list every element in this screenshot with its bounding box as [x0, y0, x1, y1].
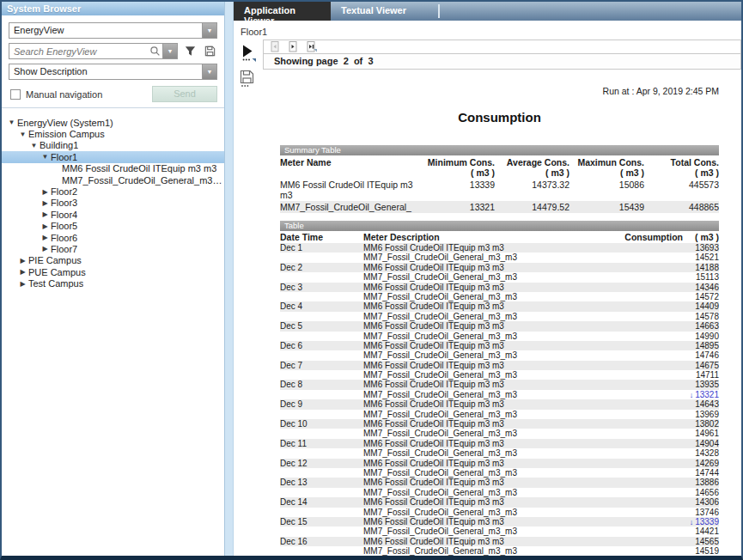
detail-meter-cell: MM6 Fossil CrudeOil ITEquip m3 m3	[363, 283, 624, 292]
system-browser-controls: EnergyView ▼ ▼ Show De	[2, 15, 224, 108]
viewer-area: Showing page 2 of 3 Run at : Apr 9, 2019…	[234, 40, 741, 556]
detail-value-cell: 14578	[624, 312, 719, 321]
detail-table-row: Dec 2MM6 Fossil CrudeOil ITEquip m3 m314…	[280, 263, 719, 272]
send-button[interactable]: Send	[152, 86, 217, 102]
min-value-arrow-icon: ↓	[690, 391, 694, 399]
chevron-collapsed-icon[interactable]: ▶	[40, 245, 51, 253]
detail-table-row: Dec 9MM6 Fossil CrudeOil ITEquip m3 m314…	[280, 399, 719, 409]
detail-meter-cell: MM6 Fossil CrudeOil ITEquip m3 m3	[363, 321, 624, 331]
summary-column-header: Maximun Cons.( m3 )	[569, 155, 644, 179]
save-filter-icon[interactable]	[203, 44, 217, 58]
view-selector[interactable]: EnergyView ▼	[9, 22, 217, 39]
detail-table-row: Dec 7MM6 Fossil CrudeOil ITEquip m3 m314…	[280, 361, 719, 370]
first-page-icon[interactable]	[270, 41, 280, 52]
detail-table-section: Table Date Time Meter Description Consum…	[280, 221, 719, 556]
tree-item-building1[interactable]: ▼Building1	[2, 140, 224, 151]
chevron-expanded-icon[interactable]: ▼	[17, 131, 28, 138]
run-report-button[interactable]	[240, 44, 263, 62]
tree-item-energyview-system1-[interactable]: ▼EnergyView (System1)	[2, 117, 224, 128]
filter-icon[interactable]	[183, 44, 198, 58]
last-page-icon[interactable]	[306, 41, 318, 52]
application-window: System Browser EnergyView ▼ ▼	[0, 0, 743, 560]
detail-meter-cell: MM7_Fossil_CrudeOil_General_m3_m3	[363, 410, 624, 419]
chevron-collapsed-icon[interactable]: ▶	[17, 280, 28, 288]
detail-meter-cell: MM7_Fossil_CrudeOil_General_m3_m3	[363, 527, 624, 536]
detail-date-cell: Dec 14	[280, 497, 363, 507]
tree-item-pue-campus[interactable]: ▶PUE Campus	[2, 266, 224, 277]
tree-item-label: Floor5	[51, 221, 77, 231]
detail-date-cell	[280, 410, 363, 419]
detail-meter-cell: MM6 Fossil CrudeOil ITEquip m3 m3	[363, 361, 624, 370]
tree-item-label: PUE Campus	[28, 267, 86, 277]
detail-table-row: MM7_Fossil_CrudeOil_General_m3_m313969	[280, 410, 719, 419]
detail-value-cell: 14643	[624, 399, 719, 409]
detail-table-row: MM7_Fossil_CrudeOil_General_m3_m314521	[280, 253, 719, 262]
next-page-icon[interactable]	[288, 41, 298, 52]
tree-item-floor2[interactable]: ▶Floor2	[2, 186, 224, 197]
chevron-down-icon[interactable]: ▼	[202, 23, 216, 38]
detail-meter-cell: MM7_Fossil_CrudeOil_General_m3_m3	[363, 448, 624, 458]
detail-table-row: MM7_Fossil_CrudeOil_General_m3_m313746	[280, 508, 719, 517]
tree-item-test-campus[interactable]: ▶Test Campus	[2, 277, 224, 289]
detail-table-row: MM7_Fossil_CrudeOil_General_m3_m314961	[280, 429, 719, 438]
tree-item-floor4[interactable]: ▶Floor4	[2, 209, 224, 220]
tree-item-pie-campus[interactable]: ▶PIE Campus	[2, 255, 224, 266]
summary-value-cell: 14479.52	[495, 201, 569, 213]
summary-column-header: Meter Name	[280, 155, 420, 179]
detail-value-cell: 14565	[624, 537, 719, 546]
chevron-expanded-icon[interactable]: ▼	[6, 119, 17, 126]
tree-item-label: Floor1	[51, 152, 77, 162]
tree-item-label: Floor2	[51, 186, 77, 197]
detail-meter-cell: MM6 Fossil CrudeOil ITEquip m3 m3	[363, 263, 624, 272]
search-input[interactable]	[9, 44, 147, 58]
detail-table-row: MM7_Fossil_CrudeOil_General_m3_m314519	[280, 546, 719, 556]
chevron-collapsed-icon[interactable]: ▶	[40, 234, 51, 241]
tab-textual-viewer[interactable]: Textual Viewer	[331, 2, 428, 21]
detail-table-row: MM7_Fossil_CrudeOil_General_m3_m315113	[280, 272, 719, 282]
detail-table-row: Dec 12MM6 Fossil CrudeOil ITEquip m3 m31…	[280, 459, 719, 468]
detail-table-row: Dec 3MM6 Fossil CrudeOil ITEquip m3 m314…	[280, 283, 719, 292]
tree-item-emission-campus[interactable]: ▼Emission Campus	[2, 128, 224, 139]
chevron-collapsed-icon[interactable]: ▶	[40, 222, 51, 230]
tab-divider	[438, 4, 440, 18]
chevron-expanded-icon[interactable]: ▼	[40, 153, 51, 161]
detail-table-row: MM7_Fossil_CrudeOil_General_m3_m314656	[280, 488, 719, 497]
detail-value-cell: 14188	[624, 263, 719, 272]
tree-item-floor1[interactable]: ▼Floor1	[2, 151, 224, 162]
chevron-collapsed-icon[interactable]: ▶	[17, 268, 28, 276]
detail-meter-cell: MM7_Fossil_CrudeOil_General_m3_m3	[363, 332, 624, 341]
detail-meter-cell: MM6 Fossil CrudeOil ITEquip m3 m3	[363, 537, 624, 546]
chevron-collapsed-icon[interactable]: ▶	[40, 210, 51, 218]
detail-date-cell	[280, 508, 363, 517]
panel-splitter[interactable]	[225, 2, 234, 556]
search-icon	[147, 44, 162, 58]
report-run-at: Run at : Apr 9, 2019 2:45 PM	[280, 86, 719, 96]
chevron-collapsed-icon[interactable]: ▶	[40, 188, 51, 196]
detail-value-cell: 13802	[624, 419, 719, 429]
tree-item-label: Emission Campus	[28, 129, 105, 139]
tree-item-floor3[interactable]: ▶Floor3	[2, 198, 224, 209]
tree-item-floor5[interactable]: ▶Floor5	[2, 221, 224, 232]
tree-item-mm7-fossil-crudeoil-general-m3-m3[interactable]: MM7_Fossil_CrudeOil_General_m3_m3	[2, 174, 224, 186]
detail-table-row: MM7_Fossil_CrudeOil_General_m3_m314744	[280, 468, 719, 478]
tab-application-viewer[interactable]: Application Viewer	[234, 2, 331, 21]
summary-value-cell: 15086	[569, 179, 644, 201]
tree-item-mm6-fossil-crudeoil-itequip-m3-m3[interactable]: MM6 Fossil CrudeOil ITEquip m3 m3	[2, 163, 224, 174]
min-value-arrow-icon: ↓	[690, 518, 694, 527]
summary-value-cell: 13339	[420, 179, 495, 201]
tree-item-floor7[interactable]: ▶Floor7	[2, 243, 224, 254]
chevron-collapsed-icon[interactable]: ▶	[17, 257, 28, 265]
detail-date-cell	[280, 292, 363, 301]
detail-date-cell: Dec 9	[280, 399, 363, 409]
detail-date-cell: Dec 1	[280, 243, 363, 253]
manual-navigation-checkbox[interactable]	[10, 89, 21, 100]
description-selector[interactable]: Show Description ▼	[9, 64, 217, 80]
summary-value-cell: 445573	[644, 179, 719, 201]
chevron-expanded-icon[interactable]: ▼	[28, 142, 40, 149]
tree-item-floor6[interactable]: ▶Floor6	[2, 232, 224, 243]
chevron-collapsed-icon[interactable]: ▶	[40, 199, 51, 207]
chevron-down-icon[interactable]: ▼	[202, 64, 216, 79]
detail-date-cell: Dec 10	[280, 419, 363, 429]
chevron-down-icon[interactable]: ▼	[162, 44, 177, 58]
save-report-button[interactable]	[240, 70, 263, 88]
